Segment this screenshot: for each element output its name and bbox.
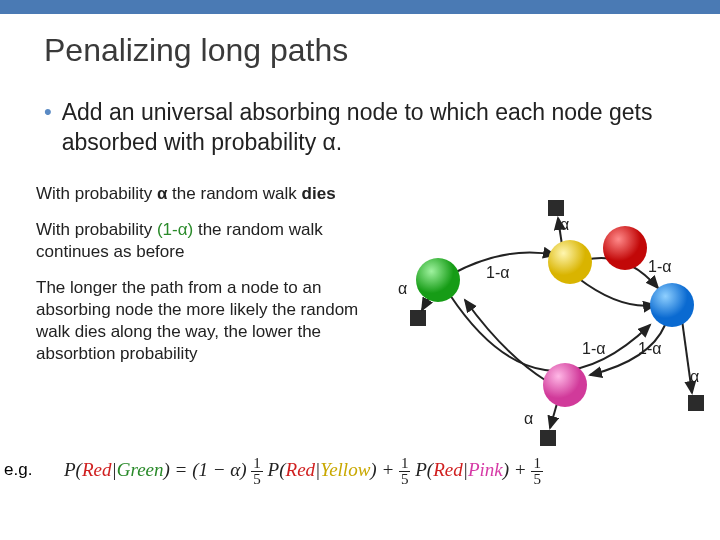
node-pink	[543, 363, 587, 407]
sym-yellow: Yellow	[320, 459, 370, 480]
slide-accent-bar	[0, 0, 720, 14]
sym-red: Red	[433, 459, 463, 480]
sym-plus: +	[509, 459, 531, 480]
sym-pink: Pink	[468, 459, 503, 480]
label-alpha: α	[690, 368, 699, 386]
label-alpha: α	[398, 280, 407, 298]
node-blue	[650, 283, 694, 327]
text: The longer the path	[36, 278, 183, 297]
paragraph-3: The longer the path from a node to an ab…	[36, 277, 366, 365]
paragraph-1: With probability α the random walk dies	[36, 183, 366, 205]
label-one-minus-alpha: 1-α	[648, 258, 671, 276]
bullet-marker: •	[44, 97, 52, 127]
graph-svg	[390, 200, 710, 460]
node-yellow	[548, 240, 592, 284]
paragraph-2: With probability (1-α) the random walk c…	[36, 219, 366, 263]
absorbing-node	[410, 310, 426, 326]
label-one-minus-alpha: 1-α	[582, 340, 605, 358]
sym-P: P	[415, 459, 427, 480]
sym-one-minus-alpha: (1 − α)	[192, 459, 246, 480]
fraction: 15	[251, 456, 263, 487]
node-red	[603, 226, 647, 270]
sym-P: P	[64, 459, 76, 480]
text-dies: dies	[302, 184, 336, 203]
text: With probability	[36, 184, 157, 203]
edge	[578, 278, 655, 306]
label-one-minus-alpha: 1-α	[486, 264, 509, 282]
text-alpha: α	[157, 184, 167, 203]
bullet-text: Add an universal absorbing node to which…	[62, 97, 676, 157]
fraction: 15	[399, 456, 411, 487]
sym-red: Red	[286, 459, 316, 480]
node-green	[416, 258, 460, 302]
sym-eq: =	[170, 459, 192, 480]
text-one-minus-alpha: (1-α)	[157, 220, 193, 239]
label-alpha: α	[524, 410, 533, 428]
sym-P: P	[268, 459, 280, 480]
label-alpha: α	[560, 216, 569, 234]
graph-diagram: α α α α 1-α 1-α 1-α 1-α	[390, 200, 710, 460]
label-one-minus-alpha: 1-α	[638, 340, 661, 358]
fraction: 15	[531, 456, 543, 487]
sym-red: Red	[82, 459, 112, 480]
slide-title: Penalizing long paths	[0, 14, 720, 69]
edge	[450, 295, 650, 371]
absorbing-node	[540, 430, 556, 446]
sym-green: Green	[117, 459, 164, 480]
example-label: e.g.	[4, 460, 32, 480]
text: With probability	[36, 220, 157, 239]
text: the random walk	[167, 184, 301, 203]
absorbing-node	[548, 200, 564, 216]
formula: P(Red|Green) = (1 − α) 15 P(Red|Yellow) …	[64, 456, 543, 487]
sym-plus: +	[377, 459, 399, 480]
bullet-item: • Add an universal absorbing node to whi…	[0, 69, 720, 157]
absorbing-node	[688, 395, 704, 411]
